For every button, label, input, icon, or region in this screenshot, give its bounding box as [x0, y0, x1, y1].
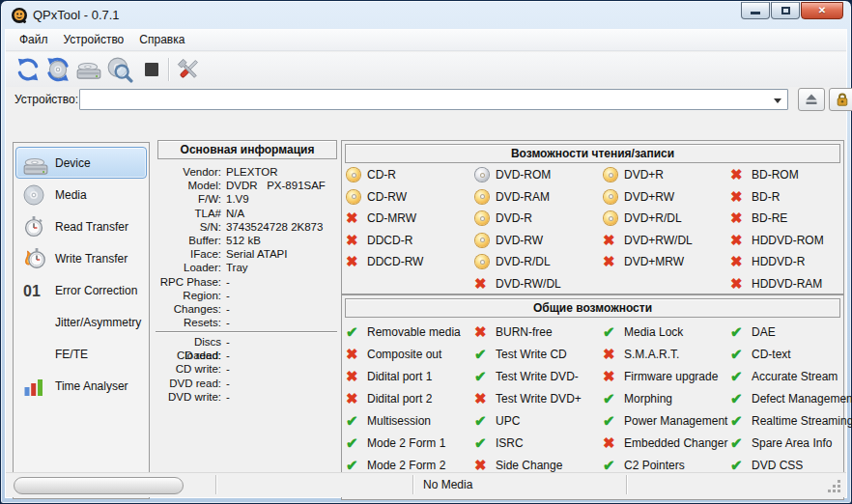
capability-item: DVD-R/DL	[474, 251, 602, 273]
capability-label: Test Write DVD-	[496, 370, 579, 383]
capability-item: ✖BD-RE	[730, 208, 852, 230]
info-value: 512 kB	[221, 234, 261, 247]
capability-item: ✖DDCD-RW	[346, 251, 473, 273]
status-message: No Media	[423, 473, 472, 496]
info-rows-counters: Discs loaded:-CD read:-CD write:-DVD rea…	[156, 335, 337, 404]
device-combobox[interactable]: PLEXTOR DVDR PX-891SAF 1.V9 [ D: ]	[79, 89, 788, 110]
sidebar-item-jitter-asymmetry[interactable]: Jitter/Asymmetry	[15, 306, 147, 338]
capability-item: ✔Morphing	[603, 387, 730, 409]
rescan-bus-button[interactable]	[14, 55, 42, 83]
capability-column: CD-RCD-RW✖CD-MRW✖DDCD-R✖DDCD-RW	[346, 164, 473, 273]
minimize-button[interactable]	[741, 2, 770, 19]
drive-control-button[interactable]	[74, 55, 102, 83]
menu-help[interactable]: Справка	[131, 30, 192, 50]
capability-label: CD-text	[752, 348, 791, 361]
sidebar-item-time-analyser[interactable]: Time Analyser	[15, 370, 147, 402]
capability-item: CD-RW	[346, 186, 473, 209]
mark-glyph: ✖	[346, 368, 358, 384]
capability-label: BD-RE	[752, 211, 787, 225]
capability-label: Didital port 1	[367, 370, 432, 383]
capability-label: Spare Area Info	[752, 436, 832, 450]
mark-glyph: ✔	[603, 412, 615, 429]
scan-media-button[interactable]	[105, 55, 133, 83]
capability-label: Composite out	[367, 348, 441, 361]
capability-label: BD-R	[752, 190, 780, 204]
capability-label: Didital port 2	[367, 392, 432, 406]
disc-glyph	[347, 190, 360, 204]
settings-button[interactable]	[174, 55, 202, 83]
title-bar[interactable]: QPxTool - 0.7.1 ✕	[1, 1, 851, 29]
resize-grip[interactable]	[838, 490, 840, 492]
mark-glyph: ✖	[346, 253, 358, 269]
info-value: -	[221, 316, 230, 329]
sidebar-item-read-transfer[interactable]: Read Transfer	[15, 210, 147, 242]
cross-icon: ✖	[730, 276, 746, 292]
capability-label: DVD-R	[496, 211, 532, 225]
info-label: F/W:	[156, 192, 221, 206]
sidebar-item-write-transfer[interactable]: Write Transfer	[15, 242, 147, 274]
sidebar-item-media[interactable]: Media	[15, 179, 147, 210]
menu-device[interactable]: Устройство	[56, 30, 132, 50]
sidebar-item-device[interactable]: Device	[15, 147, 147, 179]
cross-icon: ✖	[603, 254, 618, 269]
capability-item: CD-R	[346, 164, 473, 186]
info-row: S/N:3743524728 2K873	[156, 220, 337, 234]
capability-column: DVD+RDVD+RWDVD+R/DL✖DVD+RW/DL✖DVD+MRW	[603, 164, 730, 273]
info-row: CD read:-	[156, 349, 337, 362]
capability-label: Accurate Stream	[752, 370, 838, 383]
disc-icon	[22, 183, 47, 209]
sidebar-item-label: Jitter/Asymmetry	[55, 307, 141, 339]
capability-column: DVD-ROMDVD-RAMDVD-RDVD-RWDVD-R/DL✖DVD-RW…	[474, 164, 602, 294]
lock-button[interactable]	[829, 88, 852, 111]
capability-label: HDDVD-R	[752, 255, 805, 268]
disc-glyph	[475, 211, 489, 225]
rw-capabilities-title: Возможности чтения/записи	[345, 144, 840, 163]
mark-glyph: ✔	[474, 368, 487, 384]
info-label: TLA#	[156, 207, 221, 220]
capability-item: ✖Embedded Changer	[603, 432, 730, 454]
capability-label: Power Management	[624, 414, 727, 428]
eject-icon	[805, 93, 818, 106]
capability-item: ✔Accurate Stream	[730, 365, 852, 387]
mark-glyph: ✖	[474, 323, 487, 340]
info-value: -	[221, 275, 230, 289]
rescan-media-button[interactable]	[43, 55, 71, 83]
info-row: CD write:-	[156, 362, 337, 376]
info-rows-main: Vendor:PLEXTORModel:DVDR PX-891SAFF/W:1.…	[156, 165, 337, 329]
sidebar-item-label: Error Correction	[55, 275, 137, 307]
stop-button[interactable]	[137, 55, 165, 83]
capability-item: ✔Spare Area Info	[730, 432, 852, 454]
cross-icon: ✖	[474, 458, 490, 473]
search-media-icon	[106, 56, 133, 83]
maximize-button[interactable]	[771, 2, 800, 19]
menu-file[interactable]: Файл	[12, 30, 56, 50]
capability-label: CD-MRW	[367, 211, 416, 225]
reload-icon	[14, 56, 42, 83]
capability-label: DDCD-RW	[367, 255, 423, 268]
sidebar-item-label: Device	[55, 148, 91, 180]
mark-glyph: ✔	[730, 457, 743, 473]
capability-item: DVD-RW	[474, 230, 602, 252]
mark-glyph: ✔	[346, 457, 358, 473]
info-value: DVDR PX-891SAF	[221, 179, 326, 192]
check-icon: ✔	[474, 413, 490, 429]
capability-label: S.M.A.R.T.	[624, 348, 679, 361]
sidebar-item-fe-te[interactable]: FE/TE	[15, 338, 147, 370]
info-row: Model:DVDR PX-891SAF	[156, 179, 337, 192]
capability-item: DVD+R	[603, 164, 730, 186]
cross-icon: ✖	[603, 369, 618, 384]
capability-item: ✖Didital port 2	[346, 387, 473, 409]
stop-icon	[138, 56, 165, 83]
close-button[interactable]: ✕	[801, 2, 843, 19]
capability-label: DVD+R	[624, 168, 664, 182]
capability-label: Realtime Streaming	[752, 414, 852, 428]
info-label: S/N:	[156, 220, 221, 234]
mark-glyph: ✖	[730, 232, 743, 248]
capability-item: ✖DVD-RW/DL	[474, 273, 602, 295]
mark-glyph: ✖	[346, 232, 358, 248]
info-value: N/A	[221, 207, 244, 220]
eject-button[interactable]	[798, 88, 825, 111]
check-icon: ✔	[474, 347, 490, 362]
statusbar-separator	[626, 475, 627, 494]
sidebar-item-error-correction[interactable]: 01Error Correction	[15, 274, 147, 306]
